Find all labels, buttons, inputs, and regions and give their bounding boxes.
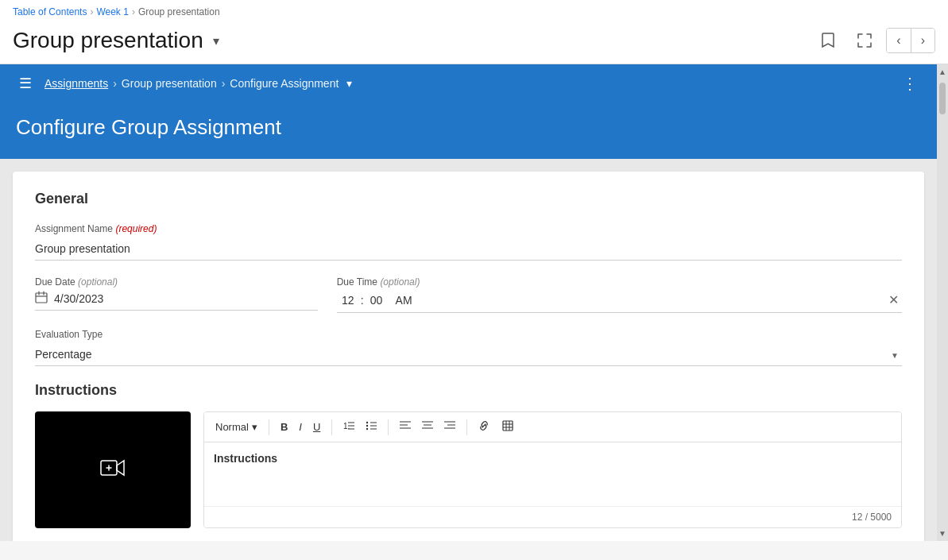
- format-dropdown-label: Normal: [215, 421, 249, 433]
- evaluation-type-select[interactable]: Percentage Points Letter Grade Pass/Fail: [35, 343, 902, 366]
- main-form-area: General Assignment Name (required): [0, 159, 937, 541]
- editor-body[interactable]: Instructions: [204, 442, 901, 506]
- time-separator: :: [361, 294, 364, 307]
- blue-title-section: Configure Group Assignment: [0, 102, 937, 159]
- svg-point-8: [366, 428, 368, 430]
- nav-btn-group: ‹ ›: [886, 28, 935, 53]
- assignment-name-required: (required): [115, 223, 157, 234]
- format-dropdown-chevron: ▾: [252, 421, 257, 433]
- editor-footer: 12 / 5000: [204, 506, 901, 527]
- prev-button[interactable]: ‹: [887, 29, 911, 52]
- due-date-value[interactable]: 4/30/2023: [54, 292, 103, 305]
- scroll-thumb[interactable]: [939, 83, 946, 114]
- time-ampm: AM: [396, 294, 412, 307]
- fullscreen-icon: [857, 33, 872, 48]
- bold-button[interactable]: B: [276, 418, 292, 436]
- bookmark-button[interactable]: [813, 27, 843, 54]
- align-center-button[interactable]: [417, 417, 438, 437]
- time-minutes-input[interactable]: [366, 294, 388, 307]
- blue-nav-bar: ☰ Assignments › Group presentation › Con…: [0, 64, 937, 102]
- breadcrumb-week1[interactable]: Week 1: [96, 6, 128, 17]
- breadcrumb-current: Group presentation: [138, 6, 220, 17]
- nav-sep-1: ›: [113, 77, 117, 90]
- align-left-button[interactable]: [395, 417, 416, 437]
- hamburger-button[interactable]: ☰: [13, 71, 38, 95]
- next-button[interactable]: ›: [911, 29, 934, 52]
- nav-group-presentation: Group presentation: [122, 77, 217, 90]
- due-date-label: Due Date (optional): [35, 276, 318, 288]
- nav-sep-2: ›: [222, 77, 226, 90]
- svg-point-7: [366, 425, 368, 427]
- date-time-row: Due Date (optional): [35, 276, 902, 313]
- alignment-group: [395, 417, 460, 437]
- table-icon: [502, 420, 513, 431]
- breadcrumb-sep-1: ›: [90, 6, 93, 17]
- due-date-group: Due Date (optional): [35, 276, 318, 311]
- toolbar-divider-4: [466, 419, 467, 435]
- scroll-down-button[interactable]: ▼: [935, 526, 948, 541]
- breadcrumb: Table of Contents › Week 1 › Group prese…: [13, 0, 935, 21]
- due-time-optional: (optional): [380, 276, 420, 288]
- editor-container: Normal ▾ B I U: [203, 411, 902, 528]
- inner-content: ☰ Assignments › Group presentation › Con…: [0, 64, 937, 541]
- due-date-input-row: 4/30/2023: [35, 291, 318, 311]
- editor-toolbar: Normal ▾ B I U: [204, 412, 901, 442]
- configure-assignment-title: Configure Group Assignment: [16, 115, 921, 140]
- due-time-input-row: : AM ✕: [337, 291, 902, 313]
- general-title: General: [35, 191, 902, 207]
- more-options-button[interactable]: ⋮: [896, 71, 924, 96]
- video-preview[interactable]: [35, 411, 191, 528]
- scroll-up-button[interactable]: ▲: [935, 64, 948, 79]
- due-time-group: Due Time (optional) : AM ✕: [337, 276, 902, 313]
- add-video-icon: [100, 458, 126, 483]
- instructions-area: Normal ▾ B I U: [35, 411, 902, 528]
- link-button[interactable]: [474, 417, 494, 437]
- assignment-name-group: Assignment Name (required): [35, 223, 902, 261]
- nav-configure-dropdown-button[interactable]: ▾: [343, 75, 355, 91]
- due-date-optional: (optional): [78, 276, 118, 288]
- align-right-button[interactable]: [439, 417, 460, 437]
- time-hours-input[interactable]: [337, 294, 359, 307]
- nav-assignments-link[interactable]: Assignments: [44, 77, 108, 90]
- page-title-dropdown-button[interactable]: ▾: [210, 30, 222, 52]
- char-count: 12 / 5000: [852, 512, 892, 523]
- toolbar-divider-3: [388, 419, 389, 435]
- clear-time-button[interactable]: ✕: [885, 291, 902, 309]
- instructions-title: Instructions: [35, 382, 902, 399]
- page-title: Group presentation: [13, 28, 203, 53]
- list-group: 1.: [339, 417, 381, 437]
- app-container: ☰ Assignments › Group presentation › Con…: [0, 64, 948, 541]
- assignment-name-input[interactable]: [35, 238, 902, 261]
- evaluation-type-group: Evaluation Type Percentage Points Letter…: [35, 329, 902, 366]
- format-dropdown-button[interactable]: Normal ▾: [211, 418, 262, 436]
- unordered-list-icon: [366, 420, 377, 431]
- align-left-icon: [400, 420, 411, 431]
- align-center-icon: [422, 420, 433, 431]
- ordered-list-icon: 1.: [343, 420, 354, 431]
- link-icon: [478, 420, 489, 431]
- align-right-icon: [444, 420, 455, 431]
- svg-rect-0: [36, 293, 47, 303]
- form-card: General Assignment Name (required): [13, 172, 924, 541]
- ordered-list-button[interactable]: 1.: [339, 417, 359, 437]
- due-time-label: Due Time (optional): [337, 276, 902, 288]
- svg-rect-21: [503, 421, 513, 431]
- blue-nav-left: ☰ Assignments › Group presentation › Con…: [13, 71, 355, 95]
- nav-configure-assignment: Configure Assignment: [230, 77, 339, 90]
- unordered-list-button[interactable]: [361, 417, 381, 437]
- evaluation-type-label: Evaluation Type: [35, 329, 902, 340]
- bookmark-icon: [821, 32, 835, 49]
- italic-button[interactable]: I: [294, 418, 307, 436]
- evaluation-type-select-wrapper: Percentage Points Letter Grade Pass/Fail: [35, 343, 902, 366]
- table-button[interactable]: [497, 417, 518, 437]
- svg-point-6: [366, 422, 368, 423]
- toolbar-divider-2: [331, 419, 332, 435]
- formatting-group: B I U: [276, 418, 325, 436]
- general-section: General Assignment Name (required): [35, 191, 902, 366]
- calendar-icon: [35, 291, 48, 307]
- right-scrollbar: ▲ ▼: [937, 64, 948, 541]
- breadcrumb-toc[interactable]: Table of Contents: [13, 6, 87, 17]
- underline-button[interactable]: U: [308, 418, 325, 436]
- fullscreen-button[interactable]: [849, 29, 880, 52]
- page-title-actions: ‹ ›: [813, 27, 935, 54]
